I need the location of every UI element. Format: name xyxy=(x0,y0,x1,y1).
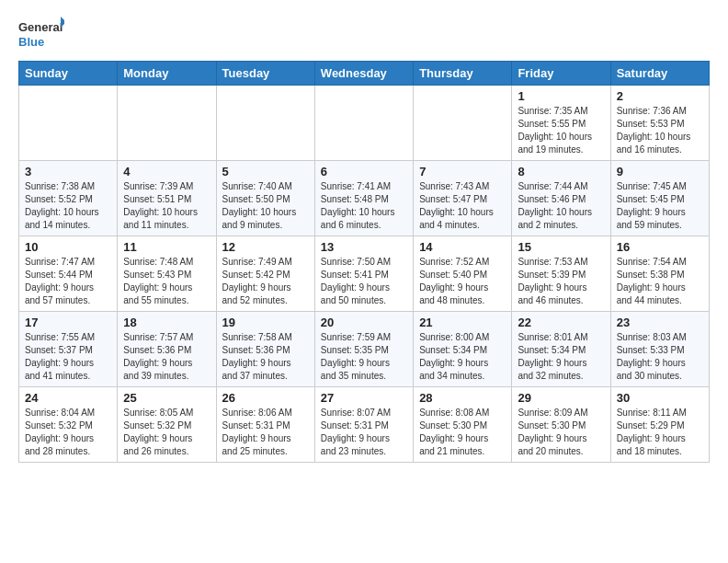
day-info: Sunrise: 8:03 AM Sunset: 5:33 PM Dayligh… xyxy=(617,331,703,383)
day-info: Sunrise: 7:55 AM Sunset: 5:37 PM Dayligh… xyxy=(25,331,111,383)
calendar-cell xyxy=(414,86,512,161)
day-number: 13 xyxy=(321,240,407,254)
week-row: 24Sunrise: 8:04 AM Sunset: 5:32 PM Dayli… xyxy=(19,387,710,463)
day-number: 21 xyxy=(419,316,506,329)
day-info: Sunrise: 7:59 AM Sunset: 5:35 PM Dayligh… xyxy=(321,331,407,383)
calendar-cell: 4Sunrise: 7:39 AM Sunset: 5:51 PM Daylig… xyxy=(118,161,216,236)
day-info: Sunrise: 8:00 AM Sunset: 5:34 PM Dayligh… xyxy=(419,331,506,383)
header-row: SundayMondayTuesdayWednesdayThursdayFrid… xyxy=(19,62,710,86)
day-info: Sunrise: 7:58 AM Sunset: 5:36 PM Dayligh… xyxy=(222,331,309,383)
page: General Blue SundayMondayTuesdayWednesda… xyxy=(0,0,728,477)
day-number: 5 xyxy=(222,165,309,178)
day-number: 9 xyxy=(617,165,703,178)
calendar-cell: 8Sunrise: 7:44 AM Sunset: 5:46 PM Daylig… xyxy=(512,161,610,236)
day-info: Sunrise: 7:50 AM Sunset: 5:41 PM Dayligh… xyxy=(321,256,407,307)
calendar-cell: 6Sunrise: 7:41 AM Sunset: 5:48 PM Daylig… xyxy=(314,161,413,236)
day-number: 25 xyxy=(123,391,210,405)
day-info: Sunrise: 7:57 AM Sunset: 5:36 PM Dayligh… xyxy=(123,331,210,383)
calendar-cell xyxy=(118,86,216,161)
calendar-cell: 11Sunrise: 7:48 AM Sunset: 5:43 PM Dayli… xyxy=(118,236,216,312)
calendar-cell: 24Sunrise: 8:04 AM Sunset: 5:32 PM Dayli… xyxy=(19,387,118,463)
day-number: 2 xyxy=(617,89,703,103)
calendar-cell: 26Sunrise: 8:06 AM Sunset: 5:31 PM Dayli… xyxy=(216,387,314,463)
calendar-cell: 25Sunrise: 8:05 AM Sunset: 5:32 PM Dayli… xyxy=(118,387,216,463)
calendar-cell: 19Sunrise: 7:58 AM Sunset: 5:36 PM Dayli… xyxy=(216,312,314,387)
calendar-cell: 20Sunrise: 7:59 AM Sunset: 5:35 PM Dayli… xyxy=(314,312,413,387)
svg-text:General: General xyxy=(18,20,63,34)
day-info: Sunrise: 8:01 AM Sunset: 5:34 PM Dayligh… xyxy=(518,331,604,383)
day-info: Sunrise: 7:40 AM Sunset: 5:50 PM Dayligh… xyxy=(222,180,309,232)
calendar-cell: 27Sunrise: 8:07 AM Sunset: 5:31 PM Dayli… xyxy=(314,387,413,463)
day-number: 12 xyxy=(222,240,309,254)
day-number: 29 xyxy=(518,391,604,405)
day-info: Sunrise: 7:38 AM Sunset: 5:52 PM Dayligh… xyxy=(25,180,111,232)
day-number: 4 xyxy=(123,165,210,178)
week-row: 3Sunrise: 7:38 AM Sunset: 5:52 PM Daylig… xyxy=(19,161,710,236)
weekday-header: Friday xyxy=(512,62,610,86)
calendar-cell: 29Sunrise: 8:09 AM Sunset: 5:30 PM Dayli… xyxy=(512,387,610,463)
calendar-cell: 1Sunrise: 7:35 AM Sunset: 5:55 PM Daylig… xyxy=(512,86,610,161)
calendar-cell: 21Sunrise: 8:00 AM Sunset: 5:34 PM Dayli… xyxy=(414,312,512,387)
day-number: 1 xyxy=(518,89,604,103)
day-number: 14 xyxy=(419,240,506,254)
day-number: 23 xyxy=(617,316,703,329)
calendar-cell xyxy=(216,86,314,161)
day-number: 7 xyxy=(419,165,506,178)
weekday-header: Wednesday xyxy=(314,62,413,86)
day-info: Sunrise: 7:47 AM Sunset: 5:44 PM Dayligh… xyxy=(25,256,111,307)
day-info: Sunrise: 8:04 AM Sunset: 5:32 PM Dayligh… xyxy=(25,407,111,458)
day-info: Sunrise: 7:43 AM Sunset: 5:47 PM Dayligh… xyxy=(419,180,506,232)
day-number: 10 xyxy=(25,240,111,254)
day-info: Sunrise: 7:49 AM Sunset: 5:42 PM Dayligh… xyxy=(222,256,309,307)
day-number: 16 xyxy=(617,240,703,254)
day-info: Sunrise: 7:44 AM Sunset: 5:46 PM Dayligh… xyxy=(518,180,604,232)
logo: General Blue xyxy=(18,15,64,52)
day-info: Sunrise: 7:41 AM Sunset: 5:48 PM Dayligh… xyxy=(321,180,407,232)
calendar-cell: 5Sunrise: 7:40 AM Sunset: 5:50 PM Daylig… xyxy=(216,161,314,236)
day-info: Sunrise: 8:07 AM Sunset: 5:31 PM Dayligh… xyxy=(321,407,407,458)
calendar-cell: 18Sunrise: 7:57 AM Sunset: 5:36 PM Dayli… xyxy=(118,312,216,387)
day-number: 28 xyxy=(419,391,506,405)
calendar-cell: 9Sunrise: 7:45 AM Sunset: 5:45 PM Daylig… xyxy=(610,161,709,236)
svg-text:Blue: Blue xyxy=(18,35,44,49)
day-info: Sunrise: 7:39 AM Sunset: 5:51 PM Dayligh… xyxy=(123,180,210,232)
day-number: 8 xyxy=(518,165,604,178)
weekday-header: Tuesday xyxy=(216,62,314,86)
weekday-header: Sunday xyxy=(19,62,118,86)
calendar-cell: 10Sunrise: 7:47 AM Sunset: 5:44 PM Dayli… xyxy=(19,236,118,312)
calendar-cell: 17Sunrise: 7:55 AM Sunset: 5:37 PM Dayli… xyxy=(19,312,118,387)
week-row: 17Sunrise: 7:55 AM Sunset: 5:37 PM Dayli… xyxy=(19,312,710,387)
day-info: Sunrise: 8:08 AM Sunset: 5:30 PM Dayligh… xyxy=(419,407,506,458)
day-info: Sunrise: 8:09 AM Sunset: 5:30 PM Dayligh… xyxy=(518,407,604,458)
calendar-cell: 3Sunrise: 7:38 AM Sunset: 5:52 PM Daylig… xyxy=(19,161,118,236)
day-info: Sunrise: 7:48 AM Sunset: 5:43 PM Dayligh… xyxy=(123,256,210,307)
calendar-cell: 22Sunrise: 8:01 AM Sunset: 5:34 PM Dayli… xyxy=(512,312,610,387)
day-info: Sunrise: 7:36 AM Sunset: 5:53 PM Dayligh… xyxy=(617,105,703,156)
day-number: 17 xyxy=(25,316,111,329)
logo-icon: General Blue xyxy=(18,15,64,52)
day-number: 15 xyxy=(518,240,604,254)
weekday-header: Saturday xyxy=(610,62,709,86)
day-info: Sunrise: 7:45 AM Sunset: 5:45 PM Dayligh… xyxy=(617,180,703,232)
day-info: Sunrise: 7:54 AM Sunset: 5:38 PM Dayligh… xyxy=(617,256,703,307)
day-info: Sunrise: 8:11 AM Sunset: 5:29 PM Dayligh… xyxy=(617,407,703,458)
day-number: 11 xyxy=(123,240,210,254)
calendar-cell: 30Sunrise: 8:11 AM Sunset: 5:29 PM Dayli… xyxy=(610,387,709,463)
calendar-cell: 13Sunrise: 7:50 AM Sunset: 5:41 PM Dayli… xyxy=(314,236,413,312)
day-number: 26 xyxy=(222,391,309,405)
day-number: 3 xyxy=(25,165,111,178)
week-row: 10Sunrise: 7:47 AM Sunset: 5:44 PM Dayli… xyxy=(19,236,710,312)
day-number: 18 xyxy=(123,316,210,329)
calendar-cell xyxy=(19,86,118,161)
calendar-cell: 12Sunrise: 7:49 AM Sunset: 5:42 PM Dayli… xyxy=(216,236,314,312)
day-number: 20 xyxy=(321,316,407,329)
day-number: 6 xyxy=(321,165,407,178)
calendar-cell: 28Sunrise: 8:08 AM Sunset: 5:30 PM Dayli… xyxy=(414,387,512,463)
calendar-cell: 15Sunrise: 7:53 AM Sunset: 5:39 PM Dayli… xyxy=(512,236,610,312)
calendar-cell xyxy=(314,86,413,161)
calendar-cell: 16Sunrise: 7:54 AM Sunset: 5:38 PM Dayli… xyxy=(610,236,709,312)
logo-container: General Blue xyxy=(18,15,64,52)
calendar-table: SundayMondayTuesdayWednesdayThursdayFrid… xyxy=(18,61,710,463)
day-info: Sunrise: 8:05 AM Sunset: 5:32 PM Dayligh… xyxy=(123,407,210,458)
calendar-cell: 23Sunrise: 8:03 AM Sunset: 5:33 PM Dayli… xyxy=(610,312,709,387)
